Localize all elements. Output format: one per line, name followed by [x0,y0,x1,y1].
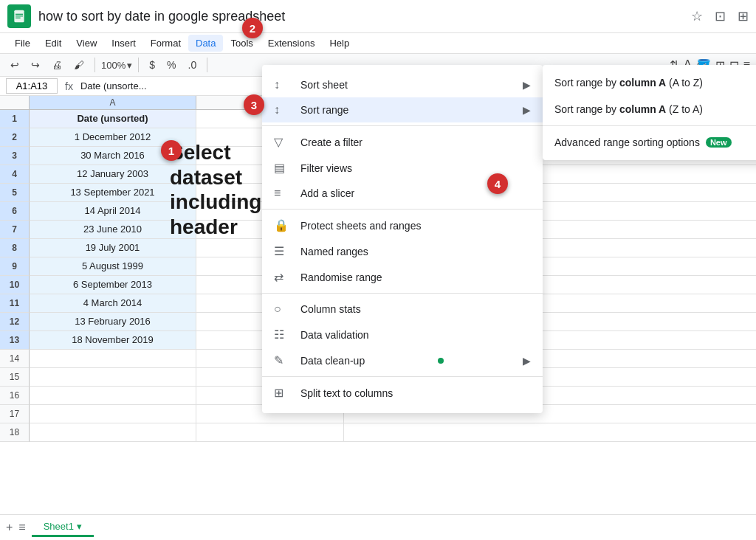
data-cleanup-label: Data clean-up [300,355,365,367]
badge-2: 2 [242,18,263,38]
filter-views-label: Filter views [300,162,352,174]
badge-3: 3 [244,94,264,115]
row-number: 18 [0,423,30,442]
cell-a5[interactable]: 13 September 2021 [30,184,196,202]
menu-format[interactable]: Format [143,35,188,52]
split-text-item[interactable]: ⊞ Split text to columns [262,380,543,406]
row-number: 5 [0,184,30,202]
randomise-range-item[interactable]: ⇄ Randomise range [262,264,543,290]
sort-sheet-item[interactable]: ↕ Sort sheet ▶ [262,72,543,97]
cell-a4[interactable]: 12 January 2003 [30,165,196,184]
menu-insert[interactable]: Insert [104,35,143,52]
data-cleanup-item[interactable]: ✎ Data clean-up ▶ [262,347,543,373]
row-number: 15 [0,368,30,387]
toolbar-sep3 [207,58,207,72]
menu-edit[interactable]: Edit [38,35,69,52]
menu-bar: File Edit View Insert Format Data Tools … [0,33,756,53]
cleanup-dot [438,358,444,364]
cell-a6[interactable]: 14 April 2014 [30,202,196,221]
column-stats-item[interactable]: ○ Column stats [262,297,543,322]
slicer-icon: ≡ [274,187,292,200]
cell-a11[interactable]: 4 March 2014 [30,294,196,313]
data-dropdown-menu: ↕ Sort sheet ▶ ↕ Sort range ▶ ▽ Create a… [262,65,543,413]
zoom-control[interactable]: 100% ▾ [101,60,132,71]
cell-a18[interactable] [30,423,196,442]
cell-reference[interactable] [6,78,58,94]
format-paint-button[interactable]: 🖌 [69,57,89,73]
cell-a13[interactable]: 18 November 2019 [30,331,196,350]
cell-a9[interactable]: 5 August 1999 [30,257,196,276]
stats-icon: ○ [274,302,292,316]
fullscreen-icon[interactable]: ⊞ [738,8,749,24]
fx-icon: fx [65,80,73,92]
tab-bar: + ≡ Sheet1 ▾ [0,514,756,540]
svg-rect-3 [16,18,21,18]
split-text-label: Split text to columns [300,387,393,399]
menu-data[interactable]: Data [188,35,223,52]
cell-rest [344,423,756,442]
create-filter-item[interactable]: ▽ Create a filter [262,129,543,155]
title-icons: ☆ ⊡ ⊞ [691,8,749,24]
row-number: 3 [0,147,30,165]
menu-file[interactable]: File [7,35,38,52]
window-icon[interactable]: ⊡ [715,8,726,24]
cell-a8[interactable]: 19 July 2001 [30,239,196,257]
percent-button[interactable]: % [162,57,180,73]
sheet-tab-label: Sheet1 [44,521,74,532]
cell-a12[interactable]: 13 February 2016 [30,313,196,331]
cleanup-arrow: ▶ [523,355,531,367]
sort-range-item[interactable]: ↕ Sort range ▶ [262,97,543,122]
submenu-divider [543,125,756,126]
menu-extensions[interactable]: Extensions [261,35,323,52]
col-header-a[interactable]: A [30,96,196,109]
cell-a16[interactable] [30,387,196,405]
sheet-tab-sheet1[interactable]: Sheet1 ▾ [32,518,94,537]
row-number: 17 [0,405,30,423]
table-row: 18 [0,423,756,442]
toolbar-sep2 [138,58,139,72]
print-button[interactable]: 🖨 [47,57,66,73]
sort-sheet-icon: ↕ [274,78,292,91]
cell-a1[interactable]: Date (unsorted) [30,110,196,128]
sheets-logo [7,4,31,28]
randomise-range-label: Randomise range [300,271,382,283]
protect-sheets-label: Protect sheets and ranges [300,220,421,232]
row-number: 8 [0,239,30,257]
menu-view[interactable]: View [69,35,104,52]
row-number: 12 [0,313,30,331]
star-icon[interactable]: ☆ [691,8,703,24]
cleanup-icon: ✎ [274,353,292,367]
sheet-tab-arrow[interactable]: ▾ [77,521,82,532]
row-number: 16 [0,387,30,405]
sort-section: ↕ Sort sheet ▶ ↕ Sort range ▶ [262,69,543,126]
row-num-header [0,96,30,109]
split-icon: ⊞ [274,386,292,400]
advanced-sort-item[interactable]: Advanced range sorting options New [543,129,756,156]
cell-b18[interactable] [196,423,344,442]
filter-views-icon: ▤ [274,161,292,175]
decimal-button[interactable]: .0 [184,57,202,73]
cell-a10[interactable]: 6 September 2013 [30,276,196,294]
cell-a15[interactable] [30,368,196,387]
cell-a17[interactable] [30,405,196,423]
svg-rect-2 [16,15,23,16]
cell-a7[interactable]: 23 June 2010 [30,221,196,239]
sort-sheet-label: Sort sheet [300,79,348,91]
create-filter-label: Create a filter [300,136,362,148]
sheet-list-button[interactable]: ≡ [18,521,25,534]
sort-z-to-a-item[interactable]: Sort range by column A (Z to A) [543,96,756,122]
named-ranges-item[interactable]: ☰ Named ranges [262,238,543,264]
filter-section: ▽ Create a filter ▤ Filter views ≡ Add a… [262,126,543,210]
add-slicer-label: Add a slicer [300,187,354,199]
currency-button[interactable]: $ [145,57,159,73]
add-sheet-button[interactable]: + [6,521,13,534]
redo-button[interactable]: ↪ [27,57,44,73]
menu-help[interactable]: Help [322,35,357,52]
advanced-sort-label: Advanced range sorting options [554,136,700,148]
sort-a-to-z-item[interactable]: Sort range by column A (A to Z) [543,69,756,96]
data-validation-item[interactable]: ☷ Data validation [262,322,543,347]
undo-button[interactable]: ↩ [6,57,24,73]
named-ranges-label: Named ranges [300,246,368,257]
cell-a14[interactable] [30,350,196,368]
protect-sheets-item[interactable]: 🔒 Protect sheets and ranges [262,212,543,238]
